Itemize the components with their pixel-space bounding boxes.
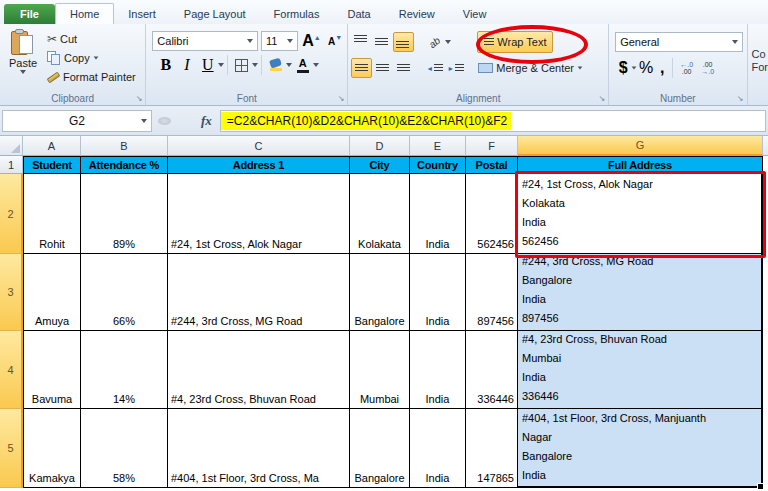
cell-A2[interactable]: Rohit bbox=[23, 174, 81, 254]
cell-B4[interactable]: 14% bbox=[81, 331, 168, 409]
tab-data[interactable]: Data bbox=[333, 4, 384, 24]
accounting-format-button[interactable]: $ bbox=[615, 58, 631, 78]
tab-page-layout[interactable]: Page Layout bbox=[170, 4, 260, 24]
cell-A4[interactable]: Bavuma bbox=[23, 331, 81, 409]
cell-A3[interactable]: Amuya bbox=[23, 254, 81, 331]
italic-button[interactable]: I bbox=[176, 55, 197, 75]
top-align-button[interactable] bbox=[351, 32, 372, 52]
cell-C2[interactable]: #24, 1st Cross, Alok Nagar bbox=[168, 174, 350, 254]
cell-B5[interactable]: 58% bbox=[81, 409, 168, 488]
cell-E3[interactable]: India bbox=[410, 254, 466, 331]
underline-dropdown-icon[interactable] bbox=[218, 63, 224, 67]
decrease-indent-button[interactable]: ◄ bbox=[424, 58, 445, 78]
cell-E5[interactable]: India bbox=[410, 409, 466, 488]
insert-function-icon[interactable]: fx bbox=[201, 113, 212, 129]
font-name-select[interactable]: Calibri bbox=[152, 31, 258, 51]
number-dialog-launcher-icon[interactable]: ↘ bbox=[737, 95, 744, 103]
select-all-corner[interactable] bbox=[0, 136, 23, 156]
conditional-formatting-truncated[interactable]: Co For bbox=[748, 24, 768, 105]
tab-home[interactable]: Home bbox=[55, 3, 114, 24]
fill-color-button[interactable] bbox=[265, 55, 286, 75]
cut-button[interactable]: ✂ Cut bbox=[43, 30, 140, 48]
percent-style-button[interactable]: % bbox=[637, 58, 655, 78]
fill-handle[interactable] bbox=[757, 483, 763, 489]
wrap-text-button[interactable]: Wrap Text bbox=[477, 31, 553, 53]
column-header-g-selected[interactable]: G bbox=[518, 136, 763, 156]
orientation-dropdown-icon[interactable] bbox=[445, 40, 451, 44]
copy-button[interactable]: Copy bbox=[43, 49, 140, 67]
column-header-b[interactable]: B bbox=[81, 136, 168, 156]
column-header-c[interactable]: C bbox=[168, 136, 350, 156]
cell-E2[interactable]: India bbox=[410, 174, 466, 254]
shrink-font-button[interactable]: A▼ bbox=[325, 31, 346, 51]
cell-D4[interactable]: Mumbai bbox=[350, 331, 410, 409]
paste-button[interactable]: Paste bbox=[3, 27, 43, 86]
cell-E4[interactable]: India bbox=[410, 331, 466, 409]
cell-E1[interactable]: Country bbox=[410, 156, 466, 174]
row-header-1[interactable]: 1 bbox=[0, 156, 23, 174]
borders-button[interactable] bbox=[231, 55, 252, 75]
align-center-button[interactable] bbox=[372, 58, 393, 78]
column-header-d[interactable]: D bbox=[350, 136, 410, 156]
cell-F2[interactable]: 562456 bbox=[466, 174, 518, 254]
decrease-decimal-button[interactable]: .00→.0 bbox=[697, 58, 718, 78]
comma-style-button[interactable]: , bbox=[655, 58, 669, 78]
merge-center-button[interactable]: Merge & Center bbox=[474, 59, 587, 77]
cell-D1[interactable]: City bbox=[350, 156, 410, 174]
cell-G2-active[interactable]: #24, 1st Cross, Alok Nagar Kolakata Indi… bbox=[518, 174, 763, 254]
tab-file[interactable]: File bbox=[4, 4, 55, 24]
cell-G4[interactable]: #4, 23rd Cross, Bhuvan Road Mumbai India… bbox=[518, 331, 763, 409]
orientation-button[interactable]: ab bbox=[424, 32, 445, 52]
alignment-dialog-launcher-icon[interactable]: ↘ bbox=[598, 95, 605, 103]
cell-C3[interactable]: #244, 3rd Cross, MG Road bbox=[168, 254, 350, 331]
cell-F1[interactable]: Postal bbox=[466, 156, 518, 174]
cell-C4[interactable]: #4, 23rd Cross, Bhuvan Road bbox=[168, 331, 350, 409]
font-color-button[interactable]: A bbox=[292, 55, 313, 75]
row-header-2[interactable]: 2 bbox=[0, 174, 23, 254]
middle-align-button[interactable] bbox=[372, 32, 393, 52]
number-format-select[interactable]: General bbox=[615, 32, 743, 52]
cell-A5[interactable]: Kamakya bbox=[23, 409, 81, 488]
format-painter-button[interactable]: Format Painter bbox=[43, 68, 140, 86]
column-header-a[interactable]: A bbox=[23, 136, 81, 156]
cell-F5[interactable]: 147865 bbox=[466, 409, 518, 488]
name-box-dropdown-icon[interactable] bbox=[141, 119, 147, 123]
increase-decimal-button[interactable]: ←.0.00 bbox=[676, 58, 697, 78]
cell-G1[interactable]: Full Address bbox=[518, 156, 763, 174]
row-header-5[interactable]: 5 bbox=[0, 409, 23, 488]
cell-F3[interactable]: 897456 bbox=[466, 254, 518, 331]
cell-C5[interactable]: #404, 1st Floor, 3rd Cross, Ma bbox=[168, 409, 350, 488]
cell-G5[interactable]: #404, 1st Floor, 3rd Cross, Manjuanth Na… bbox=[518, 409, 763, 488]
cell-A1[interactable]: Student bbox=[23, 156, 81, 174]
align-left-button[interactable] bbox=[351, 58, 372, 78]
grow-font-button[interactable]: A▲ bbox=[301, 31, 322, 51]
font-color-dropdown-icon[interactable] bbox=[313, 63, 319, 67]
accounting-dropdown-icon[interactable] bbox=[632, 66, 637, 69]
cell-B2[interactable]: 89% bbox=[81, 174, 168, 254]
cell-G3[interactable]: #244, 3rd Cross, MG Road Bangalore India… bbox=[518, 254, 763, 331]
cell-F4[interactable]: 336446 bbox=[466, 331, 518, 409]
cell-C1[interactable]: Address 1 bbox=[168, 156, 350, 174]
bottom-align-button[interactable] bbox=[393, 32, 414, 52]
tab-formulas[interactable]: Formulas bbox=[260, 4, 334, 24]
name-box[interactable]: G2 bbox=[2, 110, 152, 132]
align-right-button[interactable] bbox=[393, 58, 414, 78]
tab-review[interactable]: Review bbox=[385, 4, 449, 24]
cell-D3[interactable]: Bangalore bbox=[350, 254, 410, 331]
formula-input[interactable]: =C2&CHAR(10)&D2&CHAR(10)&E2&CHAR(10)&F2 bbox=[220, 110, 766, 132]
paste-dropdown-icon[interactable] bbox=[20, 70, 26, 74]
font-size-select[interactable]: 11 bbox=[261, 31, 298, 51]
tab-view[interactable]: View bbox=[449, 4, 501, 24]
row-header-4[interactable]: 4 bbox=[0, 331, 23, 409]
clipboard-dialog-launcher-icon[interactable]: ↘ bbox=[136, 95, 143, 103]
cell-B1[interactable]: Attendance % bbox=[81, 156, 168, 174]
borders-dropdown-icon[interactable] bbox=[252, 63, 258, 67]
increase-indent-button[interactable]: ► bbox=[445, 58, 466, 78]
font-dialog-launcher-icon[interactable]: ↘ bbox=[338, 95, 345, 103]
cell-D5[interactable]: Bangalore bbox=[350, 409, 410, 488]
bold-button[interactable]: B bbox=[155, 55, 176, 75]
cell-D2[interactable]: Kolakata bbox=[350, 174, 410, 254]
column-header-e[interactable]: E bbox=[410, 136, 466, 156]
tab-insert[interactable]: Insert bbox=[114, 4, 170, 24]
underline-button[interactable]: U bbox=[197, 55, 218, 75]
